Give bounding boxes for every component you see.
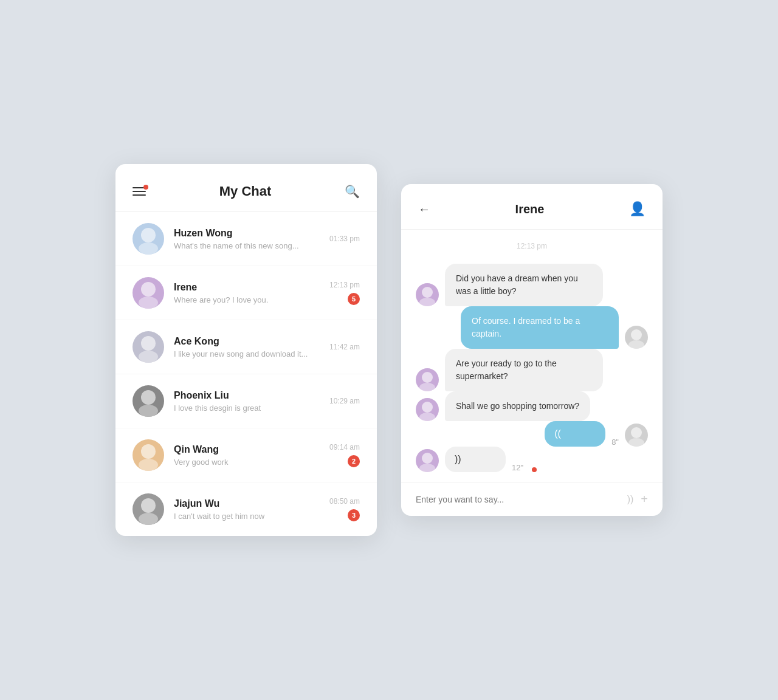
svg-point-16 bbox=[422, 372, 433, 383]
chat-preview-huzen: What's the name of this new song... bbox=[174, 241, 320, 250]
svg-point-4 bbox=[141, 336, 156, 351]
chat-meta-ace: 11:42 am bbox=[329, 343, 360, 351]
svg-point-22 bbox=[422, 453, 433, 464]
message-list: Did you have a dream when you was a litt… bbox=[416, 264, 648, 472]
svg-point-5 bbox=[139, 351, 158, 363]
svg-point-12 bbox=[422, 287, 433, 298]
chat-info-qin: Qin Wang Very good work bbox=[174, 444, 320, 467]
svg-point-7 bbox=[139, 405, 158, 417]
svg-point-11 bbox=[139, 513, 158, 525]
svg-point-21 bbox=[628, 438, 644, 447]
avatar-qin bbox=[133, 439, 164, 471]
msg-avatar-m1 bbox=[416, 283, 439, 306]
avatar-jiajun bbox=[133, 493, 164, 525]
message-row-m6: )) 12" bbox=[416, 447, 648, 472]
add-attachment-button[interactable]: + bbox=[641, 492, 648, 506]
profile-icon[interactable]: 👤 bbox=[629, 201, 645, 217]
unread-badge: 5 bbox=[348, 293, 360, 305]
unread-badge: 3 bbox=[348, 509, 360, 521]
chat-meta-irene: 12:13 pm 5 bbox=[329, 281, 360, 305]
chat-info-huzen: Huzen Wong What's the name of this new s… bbox=[174, 228, 320, 250]
chat-input-bar: )) + bbox=[401, 482, 663, 516]
chat-preview-irene: Where are you? I love you. bbox=[174, 295, 320, 304]
chat-input[interactable] bbox=[416, 495, 620, 504]
chat-time-phoenix: 10:29 am bbox=[329, 397, 360, 405]
chat-time-huzen: 01:33 pm bbox=[329, 235, 360, 243]
chat-name-phoenix: Phoenix Liu bbox=[174, 390, 320, 401]
avatar-ace bbox=[133, 331, 164, 363]
svg-point-1 bbox=[139, 242, 158, 255]
chat-name-irene: Irene bbox=[174, 282, 320, 293]
waveform-icon: )) bbox=[455, 454, 461, 465]
message-row-m4: Shall we go shopping tomorrow? bbox=[416, 391, 648, 421]
back-button[interactable]: ← bbox=[418, 202, 430, 216]
chat-meta-jiajun: 08:50 am 3 bbox=[329, 497, 360, 521]
chat-list-item-huzen[interactable]: Huzen Wong What's the name of this new s… bbox=[115, 212, 377, 266]
menu-button[interactable] bbox=[133, 187, 146, 196]
chat-meta-huzen: 01:33 pm bbox=[329, 235, 360, 243]
chat-list: Huzen Wong What's the name of this new s… bbox=[115, 212, 377, 536]
chat-time-qin: 09:14 am bbox=[329, 443, 360, 451]
chat-preview-phoenix: I love this desgin is great bbox=[174, 403, 320, 413]
chat-window-header: ← Irene 👤 bbox=[401, 184, 663, 230]
chat-window-panel: ← Irene 👤 12:13 pm Did you have a dream … bbox=[401, 184, 663, 516]
chat-list-title: My Chat bbox=[219, 184, 272, 199]
chat-meta-qin: 09:14 am 2 bbox=[329, 443, 360, 467]
chat-list-panel: My Chat 🔍 Huzen Wong What's the name of … bbox=[115, 164, 377, 536]
voice-duration-sent: 8" bbox=[611, 437, 619, 447]
chat-window-title: Irene bbox=[515, 202, 545, 216]
chat-preview-jiajun: I can't wait to get him now bbox=[174, 512, 320, 521]
bubble-m3: Are your ready to go to the supermarket? bbox=[445, 349, 603, 391]
svg-point-6 bbox=[141, 390, 156, 405]
voice-bubble-m6[interactable]: )) bbox=[445, 447, 506, 472]
bubble-m1: Did you have a dream when you was a litt… bbox=[445, 264, 603, 306]
message-row-m5: 8" (( bbox=[416, 421, 648, 447]
chat-list-item-qin[interactable]: Qin Wang Very good work 09:14 am 2 bbox=[115, 428, 377, 482]
svg-point-19 bbox=[419, 413, 435, 421]
svg-point-0 bbox=[141, 228, 156, 242]
svg-point-20 bbox=[631, 427, 642, 438]
svg-point-2 bbox=[141, 282, 156, 297]
svg-point-14 bbox=[631, 329, 642, 340]
waveform-icon: (( bbox=[554, 428, 561, 439]
chat-list-item-jiajun[interactable]: Jiajun Wu I can't wait to get him now 08… bbox=[115, 482, 377, 536]
chat-list-item-phoenix[interactable]: Phoenix Liu I love this desgin is great … bbox=[115, 374, 377, 428]
svg-point-13 bbox=[419, 298, 435, 306]
chat-info-phoenix: Phoenix Liu I love this desgin is great bbox=[174, 390, 320, 413]
message-row-m3: Are your ready to go to the supermarket? bbox=[416, 349, 648, 391]
avatar-huzen bbox=[133, 223, 164, 255]
svg-point-3 bbox=[139, 297, 158, 309]
chat-info-ace: Ace Kong I like your new song and downlo… bbox=[174, 336, 320, 359]
msg-avatar-m5 bbox=[625, 424, 648, 447]
msg-avatar-m3 bbox=[416, 368, 439, 391]
svg-point-17 bbox=[419, 383, 435, 391]
menu-notification-dot bbox=[143, 185, 148, 190]
voice-input-icon[interactable]: )) bbox=[627, 494, 634, 505]
msg-avatar-m2 bbox=[625, 326, 648, 349]
svg-point-10 bbox=[141, 498, 156, 513]
bubble-m4: Shall we go shopping tomorrow? bbox=[445, 391, 590, 421]
search-icon[interactable]: 🔍 bbox=[345, 184, 360, 199]
unread-badge: 2 bbox=[348, 455, 360, 467]
message-row-m2: Of course. I dreamed to be a captain. bbox=[416, 306, 648, 349]
msg-avatar-m6 bbox=[416, 449, 439, 472]
chat-preview-qin: Very good work bbox=[174, 458, 320, 467]
svg-point-9 bbox=[139, 459, 158, 471]
chat-list-item-ace[interactable]: Ace Kong I like your new song and downlo… bbox=[115, 320, 377, 374]
svg-point-15 bbox=[628, 340, 644, 349]
chat-meta-phoenix: 10:29 am bbox=[329, 397, 360, 405]
voice-bubble-m5[interactable]: (( bbox=[545, 421, 605, 447]
msg-avatar-m4 bbox=[416, 398, 439, 421]
chat-timestamp: 12:13 pm bbox=[416, 242, 648, 250]
chat-messages: 12:13 pm Did you have a dream when you w… bbox=[401, 230, 663, 482]
svg-point-8 bbox=[141, 444, 156, 459]
chat-list-item-irene[interactable]: Irene Where are you? I love you. 12:13 p… bbox=[115, 266, 377, 320]
chat-info-jiajun: Jiajun Wu I can't wait to get him now bbox=[174, 498, 320, 521]
avatar-irene bbox=[133, 277, 164, 309]
chat-name-jiajun: Jiajun Wu bbox=[174, 498, 320, 509]
svg-point-18 bbox=[422, 402, 433, 413]
chat-time-jiajun: 08:50 am bbox=[329, 497, 360, 506]
chat-time-irene: 12:13 pm bbox=[329, 281, 360, 289]
chat-list-header: My Chat 🔍 bbox=[115, 164, 377, 212]
bubble-m2: Of course. I dreamed to be a captain. bbox=[461, 306, 619, 349]
